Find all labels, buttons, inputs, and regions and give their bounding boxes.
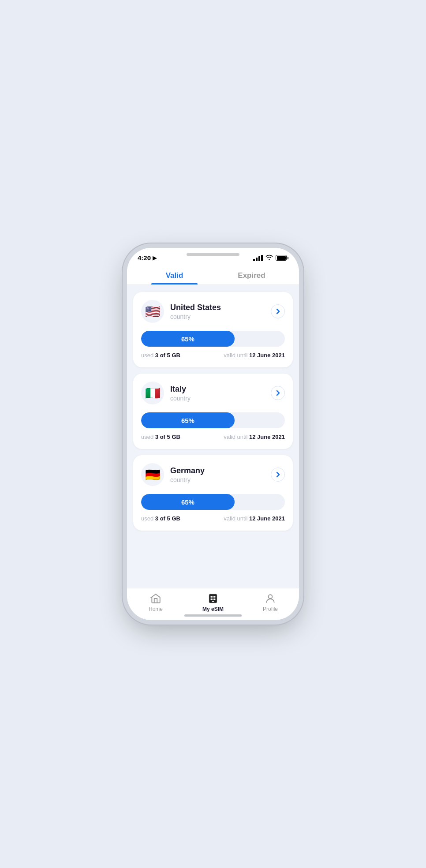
nav-profile[interactable]: Profile (242, 593, 299, 612)
home-indicator (184, 614, 242, 617)
used-text-us: used 3 of 5 GB (141, 352, 180, 359)
location-icon: ▶ (153, 255, 157, 261)
country-label-de: country (170, 476, 205, 483)
used-text-it: used 3 of 5 GB (141, 434, 180, 440)
flag-it: 🇮🇹 (141, 382, 164, 404)
tab-valid[interactable]: Valid (136, 265, 213, 284)
svg-point-6 (269, 595, 273, 599)
esim-card-it: 🇮🇹 Italy country 65% used 3 of 5 GB vali… (133, 374, 293, 449)
status-icons (253, 254, 288, 262)
card-footer-de: used 3 of 5 GB valid until 12 June 2021 (141, 515, 285, 522)
valid-until-de: valid until 12 June 2021 (224, 515, 285, 522)
country-label-us: country (170, 313, 221, 320)
status-bar: 4:20 ▶ (127, 248, 299, 265)
progress-bar-container-it: 65% (141, 412, 285, 428)
progress-bar-container-us: 65% (141, 331, 285, 347)
chevron-btn-us[interactable] (271, 304, 285, 318)
signal-bars-icon (253, 255, 263, 261)
esim-card-de: 🇩🇪 Germany country 65% used 3 of 5 GB va… (133, 455, 293, 531)
progress-label-de: 65% (181, 498, 194, 506)
progress-label-it: 65% (181, 417, 194, 424)
card-header-it: 🇮🇹 Italy country (141, 382, 285, 404)
wifi-icon (265, 254, 273, 262)
flag-us: 🇺🇸 (141, 300, 164, 323)
esim-list: 🇺🇸 United States country 65% used 3 of 5… (127, 285, 299, 588)
progress-bar-fill-it: 65% (141, 412, 235, 428)
chevron-btn-de[interactable] (271, 468, 285, 482)
valid-until-it: valid until 12 June 2021 (224, 434, 285, 440)
status-time: 4:20 ▶ (138, 254, 157, 262)
progress-bar-fill-us: 65% (141, 331, 235, 347)
esim-icon (207, 593, 219, 604)
progress-bar-fill-de: 65% (141, 494, 235, 510)
time-display: 4:20 (138, 254, 151, 262)
esim-card-us: 🇺🇸 United States country 65% used 3 of 5… (133, 292, 293, 367)
nav-profile-label: Profile (263, 606, 278, 612)
card-footer-it: used 3 of 5 GB valid until 12 June 2021 (141, 434, 285, 440)
phone-frame: 4:20 ▶ (127, 248, 299, 620)
valid-until-us: valid until 12 June 2021 (224, 352, 285, 359)
home-icon (150, 593, 161, 604)
notch-pill (187, 253, 239, 256)
flag-de: 🇩🇪 (141, 463, 164, 486)
nav-myesim[interactable]: My eSIM (184, 593, 242, 612)
country-name-it: Italy (170, 385, 191, 394)
svg-rect-2 (213, 596, 215, 598)
used-text-de: used 3 of 5 GB (141, 515, 180, 522)
country-name-us: United States (170, 303, 221, 312)
chevron-btn-it[interactable] (271, 386, 285, 400)
progress-bar-container-de: 65% (141, 494, 285, 510)
svg-rect-4 (213, 599, 215, 600)
country-label-it: country (170, 395, 191, 402)
country-name-de: Germany (170, 466, 205, 475)
svg-rect-3 (211, 599, 213, 600)
card-header-us: 🇺🇸 United States country (141, 300, 285, 323)
progress-label-us: 65% (181, 335, 194, 343)
tab-expired[interactable]: Expired (213, 265, 290, 284)
tab-bar: Valid Expired (127, 265, 299, 285)
svg-rect-1 (211, 596, 213, 598)
nav-home-label: Home (149, 606, 163, 612)
svg-rect-5 (212, 601, 214, 602)
nav-home[interactable]: Home (127, 593, 184, 612)
battery-icon (276, 255, 288, 261)
card-header-de: 🇩🇪 Germany country (141, 463, 285, 486)
nav-myesim-label: My eSIM (202, 606, 224, 612)
card-footer-us: used 3 of 5 GB valid until 12 June 2021 (141, 352, 285, 359)
profile-icon (265, 593, 276, 604)
